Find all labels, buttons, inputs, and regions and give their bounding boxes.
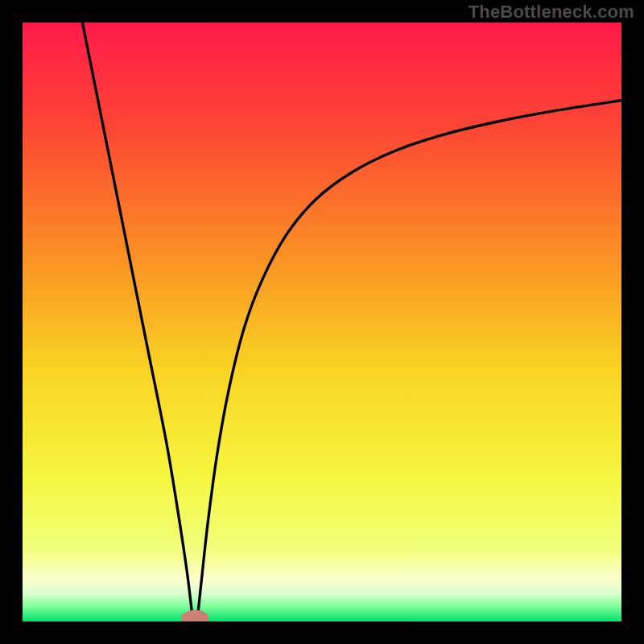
gradient-background (23, 23, 621, 621)
watermark-text: TheBottleneck.com (469, 2, 634, 23)
bottleneck-chart (23, 23, 621, 621)
plot-area (23, 23, 621, 621)
chart-frame: TheBottleneck.com (0, 0, 644, 644)
